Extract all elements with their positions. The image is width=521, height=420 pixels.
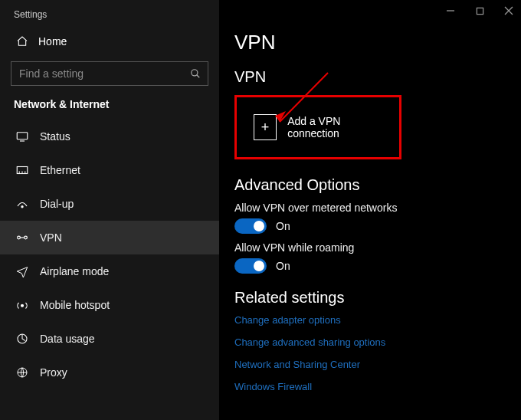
add-vpn-label: Add a VPN connection [287, 115, 382, 139]
app-title: Settings [0, 9, 219, 26]
nav-home-label: Home [38, 35, 67, 48]
toggle-metered-label: Allow VPN over metered networks [234, 202, 521, 214]
sidebar-item-label: Data usage [40, 333, 95, 345]
svg-point-4 [18, 236, 21, 239]
sidebar-item-label: Ethernet [40, 164, 80, 176]
close-button[interactable] [501, 3, 516, 18]
link-sharing-options[interactable]: Change advanced sharing options [234, 336, 521, 348]
airplane-icon [14, 265, 31, 277]
sidebar-item-label: Status [40, 130, 70, 143]
hotspot-icon [14, 299, 31, 311]
vpn-icon [14, 231, 31, 244]
home-icon [14, 35, 31, 48]
svg-point-5 [25, 236, 28, 239]
link-windows-firewall[interactable]: Windows Firewall [234, 381, 521, 392]
datausage-icon [14, 333, 31, 345]
svg-point-3 [21, 206, 23, 208]
nav-home[interactable]: Home [0, 26, 219, 57]
status-icon [14, 130, 31, 143]
sidebar-item-dialup[interactable]: Dial-up [0, 187, 219, 221]
svg-rect-1 [17, 133, 28, 139]
search-icon [183, 68, 208, 79]
toggle-metered[interactable] [234, 218, 267, 234]
globe-icon [14, 366, 31, 379]
maximize-button[interactable] [472, 3, 487, 18]
toggle-roaming-label: Allow VPN while roaming [234, 241, 521, 254]
sidebar-item-ethernet[interactable]: Ethernet [0, 153, 219, 187]
toggle-roaming-state: On [276, 260, 290, 272]
plus-icon: + [254, 114, 277, 140]
svg-point-0 [192, 70, 198, 76]
link-network-center[interactable]: Network and Sharing Center [234, 359, 521, 370]
sidebar-item-label: Proxy [40, 366, 67, 379]
related-settings-title: Related settings [234, 289, 521, 307]
sidebar-item-vpn[interactable]: VPN [0, 221, 219, 254]
dialup-icon [14, 198, 31, 210]
sidebar: Settings Home Network & Internet Status … [0, 0, 219, 420]
link-adapter-options[interactable]: Change adapter options [234, 314, 521, 326]
sidebar-item-hotspot[interactable]: Mobile hotspot [0, 288, 219, 322]
sidebar-item-label: Dial-up [40, 198, 74, 210]
svg-rect-9 [477, 8, 483, 14]
sidebar-item-airplane[interactable]: Airplane mode [0, 254, 219, 288]
window-controls [443, 2, 516, 20]
ethernet-icon [14, 164, 31, 176]
search-input[interactable] [11, 67, 183, 80]
minimize-button[interactable] [443, 3, 458, 18]
sidebar-item-label: Mobile hotspot [40, 299, 110, 311]
section-vpn-title: VPN [234, 68, 521, 86]
main-content: VPN VPN + Add a VPN connection Advanced … [219, 0, 521, 420]
sidebar-item-label: Airplane mode [40, 265, 109, 277]
page-title: VPN [234, 31, 521, 54]
add-vpn-button[interactable]: + Add a VPN connection [234, 95, 401, 159]
sidebar-category: Network & Internet [0, 98, 219, 120]
svg-point-6 [21, 304, 24, 307]
sidebar-item-status[interactable]: Status [0, 120, 219, 153]
toggle-roaming[interactable] [234, 258, 267, 274]
sidebar-item-proxy[interactable]: Proxy [0, 356, 219, 389]
advanced-options-title: Advanced Options [234, 176, 521, 194]
toggle-metered-state: On [276, 220, 290, 232]
sidebar-item-label: VPN [40, 231, 62, 244]
search-box[interactable] [11, 61, 208, 86]
sidebar-item-datausage[interactable]: Data usage [0, 322, 219, 356]
